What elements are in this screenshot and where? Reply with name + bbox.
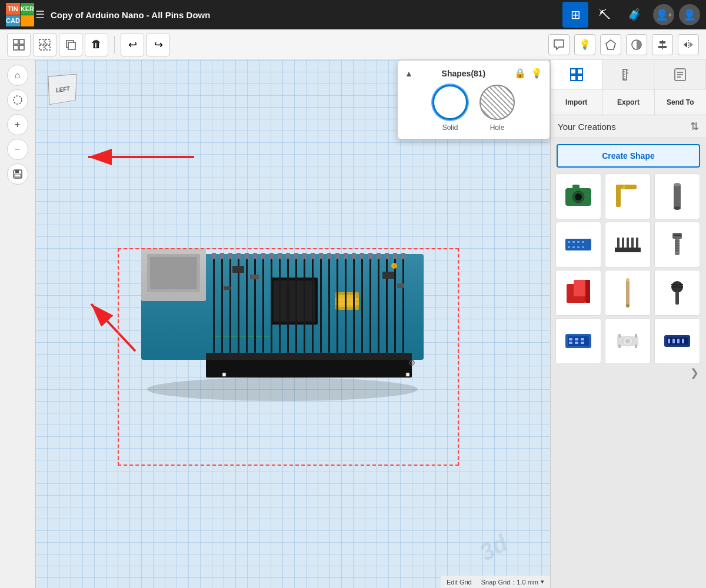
svg-rect-190 bbox=[575, 342, 578, 344]
hole-shape-type[interactable]: Hole bbox=[479, 85, 515, 132]
shape-item-camera[interactable] bbox=[555, 173, 601, 219]
svg-rect-106 bbox=[353, 259, 355, 353]
svg-point-150 bbox=[674, 206, 681, 210]
user-area: 👤+ 👤 bbox=[653, 4, 700, 25]
shape-item-bracket[interactable] bbox=[605, 173, 651, 219]
svg-rect-2 bbox=[14, 45, 18, 50]
arduino-board[interactable] bbox=[124, 207, 453, 415]
svg-rect-188 bbox=[581, 338, 584, 340]
shape-item-chip[interactable] bbox=[555, 222, 601, 268]
svg-rect-127 bbox=[577, 69, 582, 74]
shapes-popup-icons: 🔒 💡 bbox=[514, 68, 542, 79]
delete-button[interactable]: 🗑 bbox=[85, 33, 108, 56]
shape-item-cylinder[interactable] bbox=[654, 173, 700, 219]
svg-rect-4 bbox=[39, 39, 44, 44]
svg-rect-99 bbox=[295, 259, 297, 353]
snap-dropdown-icon[interactable]: ▾ bbox=[541, 578, 544, 586]
cube-face-left: LEFT bbox=[48, 74, 76, 105]
status-bar: Edit Grid Snap Grid: 1.0 mm ▾ bbox=[441, 576, 550, 588]
notes-tab[interactable] bbox=[654, 60, 706, 89]
create-shape-button[interactable]: Create Shape bbox=[557, 144, 700, 168]
shape-item-comb[interactable] bbox=[605, 222, 651, 268]
export-button[interactable]: Export bbox=[602, 89, 654, 115]
suitcase-btn[interactable]: 🧳 bbox=[621, 2, 647, 28]
svg-rect-6 bbox=[39, 45, 44, 50]
svg-rect-197 bbox=[618, 334, 621, 338]
svg-rect-130 bbox=[623, 69, 627, 80]
align-button[interactable] bbox=[652, 34, 673, 55]
svg-rect-93 bbox=[246, 259, 248, 353]
redo-button[interactable]: ↪ bbox=[146, 33, 170, 56]
zoom-out-button[interactable]: − bbox=[7, 139, 28, 160]
grid-tab[interactable] bbox=[551, 60, 602, 89]
bulb-button[interactable]: 💡 bbox=[574, 34, 595, 55]
shape-item-rod[interactable] bbox=[605, 270, 651, 316]
pickaxe-btn[interactable]: ⛏ bbox=[592, 2, 618, 28]
circle-half-button[interactable] bbox=[626, 34, 647, 55]
zoom-in-button[interactable]: + bbox=[7, 114, 28, 135]
svg-rect-21 bbox=[15, 174, 21, 177]
snap-grid: Snap Grid: 1.0 mm ▾ bbox=[481, 578, 544, 586]
svg-rect-187 bbox=[575, 338, 578, 340]
undo-button[interactable]: ↩ bbox=[121, 33, 144, 56]
frame-button[interactable] bbox=[7, 89, 28, 111]
svg-rect-152 bbox=[568, 241, 570, 243]
view-cube[interactable]: LEFT bbox=[41, 66, 85, 110]
grid-view-btn[interactable]: ⊞ bbox=[562, 2, 588, 28]
svg-point-119 bbox=[391, 263, 397, 269]
ruler-tab[interactable] bbox=[602, 60, 654, 89]
right-tabs bbox=[551, 60, 706, 89]
add-user-btn[interactable]: 👤+ bbox=[653, 4, 674, 25]
svg-rect-124 bbox=[397, 283, 404, 288]
svg-marker-17 bbox=[690, 42, 693, 48]
shape-item-cube[interactable] bbox=[555, 270, 601, 316]
svg-rect-107 bbox=[361, 259, 363, 353]
action-bar: Import Export Send To bbox=[551, 89, 706, 115]
svg-rect-204 bbox=[682, 339, 684, 343]
shape-item-bolt[interactable] bbox=[654, 270, 700, 316]
svg-rect-164 bbox=[631, 238, 634, 248]
menu-icon[interactable]: ☰ bbox=[35, 8, 45, 21]
shape-item-connector[interactable] bbox=[654, 318, 700, 364]
svg-rect-165 bbox=[636, 238, 638, 248]
send-to-button[interactable]: Send To bbox=[655, 89, 706, 115]
shapes-popup-title: Shapes(81) bbox=[442, 69, 486, 78]
shape-item-screw[interactable] bbox=[654, 222, 700, 268]
svg-point-194 bbox=[625, 339, 630, 343]
your-creations-label: Your Creations bbox=[558, 122, 616, 132]
group-button[interactable] bbox=[7, 33, 31, 56]
shape-item-button[interactable] bbox=[605, 318, 651, 364]
ungroup-button[interactable] bbox=[33, 33, 56, 56]
shapes-popup: ▲ Shapes(81) 🔒 💡 Solid Hole bbox=[397, 60, 550, 139]
home-button[interactable]: ⌂ bbox=[7, 65, 28, 86]
logo-cad: CAD bbox=[6, 15, 20, 27]
save-button[interactable] bbox=[7, 163, 28, 185]
shapes-grid: ❯ bbox=[551, 171, 706, 382]
popup-collapse-icon[interactable]: ▲ bbox=[405, 69, 413, 78]
logo-4th bbox=[21, 15, 34, 27]
svg-point-149 bbox=[674, 183, 681, 186]
import-button[interactable]: Import bbox=[551, 89, 602, 115]
svg-rect-112 bbox=[402, 259, 404, 353]
svg-rect-146 bbox=[616, 185, 637, 189]
shape-types-row: Solid Hole bbox=[405, 85, 542, 132]
shape-item-chip2[interactable] bbox=[555, 318, 601, 364]
annotate-button[interactable] bbox=[548, 34, 570, 55]
pentagon-button[interactable] bbox=[600, 34, 621, 55]
tinkercad-logo[interactable]: TIN KER CAD bbox=[6, 3, 29, 26]
svg-point-178 bbox=[626, 278, 630, 282]
duplicate-button[interactable] bbox=[59, 33, 82, 56]
scroll-right-indicator[interactable]: ❯ bbox=[690, 366, 699, 379]
svg-rect-0 bbox=[14, 39, 18, 44]
svg-rect-3 bbox=[19, 45, 24, 50]
svg-rect-160 bbox=[615, 248, 641, 252]
edit-grid[interactable]: Edit Grid bbox=[447, 579, 472, 586]
visibility-icon[interactable]: 💡 bbox=[531, 68, 542, 79]
snap-grid-value: 1.0 mm bbox=[517, 579, 538, 586]
mirror-button[interactable] bbox=[678, 34, 699, 55]
lock-icon[interactable]: 🔒 bbox=[514, 68, 526, 79]
avatar[interactable]: 👤 bbox=[679, 4, 700, 25]
solid-shape-type[interactable]: Solid bbox=[432, 85, 468, 132]
svg-rect-9 bbox=[68, 42, 75, 49]
creations-dropdown-icon[interactable]: ⇅ bbox=[690, 120, 699, 133]
